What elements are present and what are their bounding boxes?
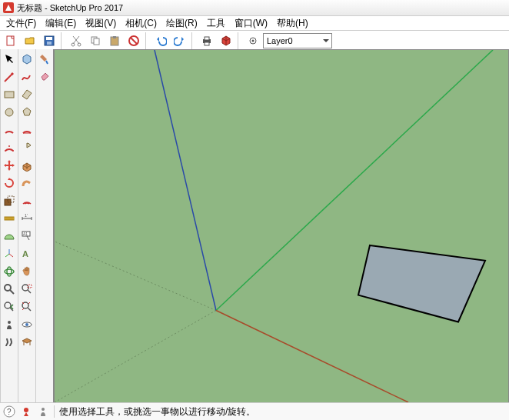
title-bar: 无标题 - SketchUp Pro 2017 (0, 0, 509, 16)
toolbox-col-3 (36, 49, 54, 52)
menu-help[interactable]: 帮助(H) (272, 17, 313, 30)
toolbox-col-1 (0, 49, 18, 52)
select-tool[interactable] (1, 51, 18, 52)
toolbox-col-2: 1' A1 A (18, 49, 36, 52)
save-button[interactable] (40, 32, 58, 50)
open-button[interactable] (21, 32, 39, 50)
layer-dropdown[interactable]: Layer0 (263, 33, 332, 48)
redo-button[interactable] (171, 32, 189, 50)
work-area: 1' A1 A (0, 49, 509, 52)
menu-edit[interactable]: 编辑(E) (41, 17, 81, 30)
layer-label: Layer0 (267, 36, 293, 45)
model-button[interactable] (217, 32, 235, 50)
svg-rect-7 (94, 38, 99, 45)
menu-camera[interactable]: 相机(C) (121, 17, 161, 30)
paint-tool[interactable] (36, 51, 53, 52)
svg-rect-0 (7, 36, 14, 45)
menu-view[interactable]: 视图(V) (81, 17, 121, 30)
window-title: 无标题 - SketchUp Pro 2017 (17, 2, 123, 14)
cut-button[interactable] (67, 32, 85, 50)
menu-window[interactable]: 窗口(W) (230, 17, 272, 30)
svg-rect-3 (47, 42, 52, 45)
new-button[interactable] (2, 32, 20, 50)
svg-rect-13 (205, 42, 209, 45)
svg-rect-38 (55, 50, 508, 52)
make-component-tool[interactable] (18, 51, 35, 52)
paste-button[interactable] (105, 32, 124, 50)
undo-button[interactable] (151, 32, 170, 50)
layer-visibility-button[interactable] (244, 32, 262, 50)
svg-rect-2 (46, 37, 52, 40)
toolbar-top: Layer0 (0, 31, 509, 52)
print-button[interactable] (198, 32, 216, 50)
svg-point-15 (252, 40, 254, 42)
svg-rect-9 (113, 36, 116, 38)
menu-file[interactable]: 文件(F) (2, 17, 41, 30)
delete-button[interactable] (125, 32, 143, 50)
menu-tools[interactable]: 工具 (202, 17, 230, 30)
menu-bar: 文件(F) 编辑(E) 视图(V) 相机(C) 绘图(R) 工具 窗口(W) 帮… (0, 16, 509, 31)
scene-canvas (55, 50, 508, 52)
viewport[interactable] (54, 49, 509, 52)
svg-rect-12 (205, 37, 209, 40)
app-icon (3, 2, 14, 13)
menu-draw[interactable]: 绘图(R) (161, 17, 202, 30)
copy-button[interactable] (86, 32, 105, 50)
